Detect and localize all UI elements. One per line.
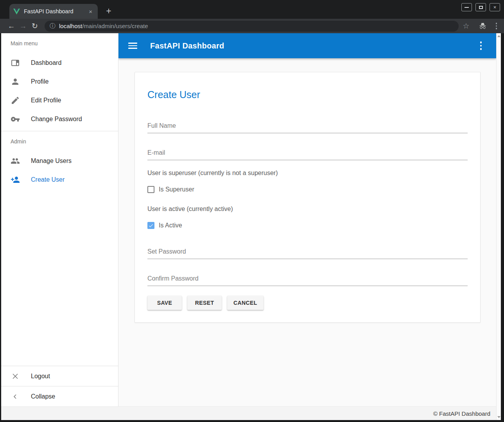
sidebar-item-label: Logout	[31, 373, 50, 380]
sidebar-item-label: Dashboard	[31, 59, 61, 66]
sidebar-item-manage-users[interactable]: Manage Users	[1, 152, 118, 170]
person-icon	[11, 77, 20, 86]
sidebar-item-label: Manage Users	[31, 157, 72, 165]
set-password-input[interactable]	[147, 247, 468, 259]
superuser-checkbox-label[interactable]: Is Superuser	[159, 186, 194, 193]
site-info-icon[interactable]: ⓘ	[50, 22, 56, 30]
dashboard-icon	[11, 58, 20, 68]
tab-close-icon[interactable]: ×	[87, 8, 94, 15]
form-buttons: SAVE RESET CANCEL	[147, 296, 468, 310]
url-path: /main/admin/users/create	[82, 23, 148, 29]
cancel-button[interactable]: CANCEL	[227, 296, 264, 310]
tab-title: FastAPI Dashboard	[24, 8, 87, 14]
sidebar-item-profile[interactable]: Profile	[1, 72, 118, 91]
reload-icon[interactable]: ↻	[29, 21, 41, 30]
close-icon: ×	[493, 5, 497, 10]
sidebar-item-label: Change Password	[31, 116, 82, 123]
superuser-checkbox[interactable]	[147, 186, 154, 193]
sidebar-item-change-password[interactable]: Change Password	[1, 110, 118, 129]
active-checkbox[interactable]	[147, 222, 154, 229]
maximize-button[interactable]	[475, 3, 486, 11]
sidebar-item-edit-profile[interactable]: Edit Profile	[1, 91, 118, 110]
main-content: Create User User is superuser (currently…	[118, 58, 496, 406]
page-scrollbar[interactable]	[496, 33, 501, 420]
window-controls: ×	[461, 3, 500, 11]
email-field-wrap	[147, 148, 468, 160]
sidebar-item-logout[interactable]: Logout	[1, 366, 118, 386]
sidebar-item-label: Edit Profile	[31, 97, 61, 104]
bookmark-star-icon[interactable]: ☆	[463, 21, 469, 30]
page-viewport: Main menu Dashboard Profile E	[1, 33, 501, 420]
url-host: localhost	[59, 23, 82, 29]
browser-tab[interactable]: FastAPI Dashboard ×	[9, 4, 98, 19]
superuser-checkbox-row: Is Superuser	[147, 185, 468, 194]
close-x-icon	[11, 372, 20, 381]
minimize-button[interactable]	[461, 3, 472, 11]
key-icon	[11, 114, 20, 124]
save-button[interactable]: SAVE	[147, 296, 182, 310]
confirm-password-field-wrap	[147, 274, 468, 286]
sidebar-item-dashboard[interactable]: Dashboard	[1, 54, 118, 72]
app-bar: FastAPI Dashboard	[118, 33, 496, 58]
url-text: localhost/main/admin/users/create	[59, 23, 148, 29]
sidebar: Main menu Dashboard Profile E	[1, 33, 118, 406]
sidebar-bottom: Logout Collapse	[1, 366, 118, 406]
copyright-text: © FastAPI Dashboard	[433, 410, 490, 417]
active-checkbox-row: Is Active	[147, 221, 468, 230]
browser-titlebar: FastAPI Dashboard × + ×	[0, 0, 504, 19]
superuser-note: User is superuser (currently is not a su…	[147, 168, 468, 178]
pencil-icon	[11, 96, 20, 105]
sidebar-item-collapse[interactable]: Collapse	[1, 386, 118, 406]
sidebar-item-label: Profile	[31, 78, 48, 85]
page-title: Create User	[147, 88, 468, 101]
full-name-field-wrap	[147, 122, 468, 133]
email-input[interactable]	[147, 148, 468, 160]
incognito-icon	[479, 22, 487, 30]
address-bar[interactable]: ⓘ localhost/main/admin/users/create	[45, 21, 459, 32]
new-tab-button[interactable]: +	[103, 5, 114, 16]
full-name-input[interactable]	[147, 122, 468, 133]
browser-window: FastAPI Dashboard × + × ← → ↻ ⓘ localhos…	[0, 0, 504, 422]
people-icon	[11, 156, 20, 166]
vue-favicon-icon	[13, 9, 20, 14]
scrollbar-up-icon[interactable]	[497, 35, 500, 37]
app-title: FastAPI Dashboard	[150, 41, 224, 50]
browser-toolbar: ← → ↻ ⓘ localhost/main/admin/users/creat…	[0, 19, 504, 33]
confirm-password-input[interactable]	[147, 274, 468, 286]
sidebar-item-label: Collapse	[31, 393, 55, 400]
toolbar-right: ☆	[463, 21, 499, 30]
scrollbar-down-icon[interactable]	[497, 416, 500, 418]
browser-menu-icon[interactable]	[496, 23, 497, 29]
maximize-icon	[479, 6, 483, 9]
set-password-field-wrap	[147, 247, 468, 259]
forward-icon[interactable]: →	[17, 22, 29, 30]
sidebar-item-create-user[interactable]: Create User	[1, 170, 118, 189]
hamburger-menu-icon[interactable]	[128, 43, 137, 49]
chevron-left-icon	[11, 392, 20, 401]
checkmark-icon	[148, 223, 154, 229]
appbar-menu-icon[interactable]	[480, 41, 482, 50]
sidebar-section-admin: Admin	[1, 131, 118, 152]
reset-button[interactable]: RESET	[187, 296, 222, 310]
active-note: User is active (currently active)	[147, 204, 468, 214]
close-button[interactable]: ×	[490, 3, 500, 11]
sidebar-section-main-menu: Main menu	[1, 33, 118, 54]
minimize-icon	[465, 7, 469, 8]
sidebar-item-label: Create User	[31, 176, 65, 183]
active-checkbox-label[interactable]: Is Active	[159, 222, 182, 229]
page-footer: © FastAPI Dashboard	[1, 406, 496, 420]
back-icon[interactable]: ←	[5, 22, 17, 30]
person-add-icon	[11, 175, 20, 184]
create-user-card: Create User User is superuser (currently…	[135, 72, 481, 323]
